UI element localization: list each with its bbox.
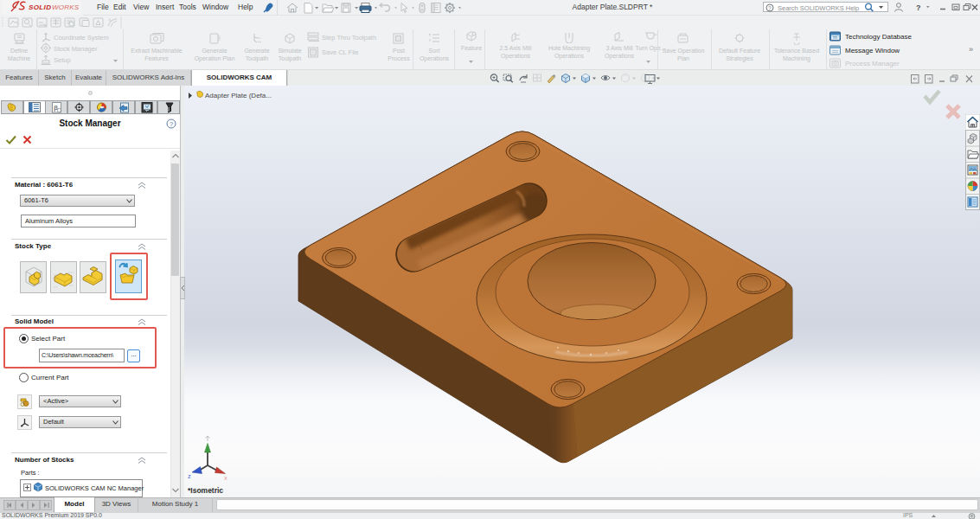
svg-text:?: ?: [170, 120, 174, 128]
svg-text:*Isometric: *Isometric: [188, 486, 223, 495]
svg-text:SOLID: SOLID: [29, 3, 51, 11]
svg-text:?: ?: [916, 3, 921, 12]
svg-text:z: z: [188, 472, 191, 480]
svg-text:WORKS: WORKS: [52, 3, 80, 11]
svg-text:?: ?: [768, 4, 772, 10]
svg-text:x: x: [224, 474, 227, 482]
